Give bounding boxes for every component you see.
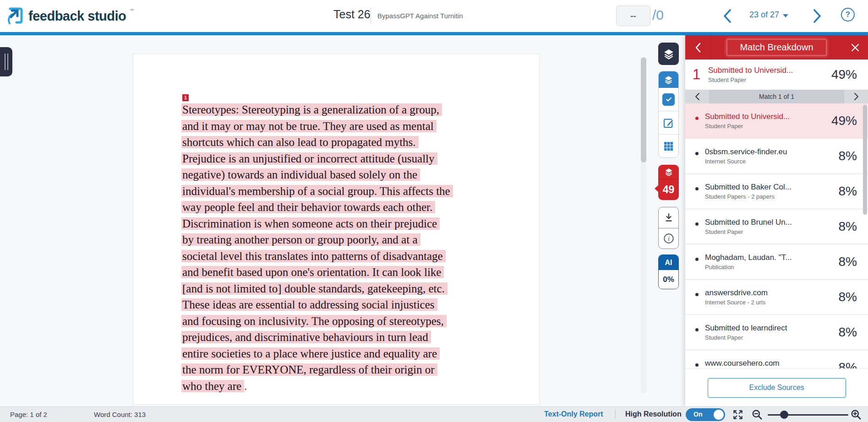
primary-match-title: Submitted to Universid... (708, 66, 828, 75)
exclude-sources-button[interactable]: Exclude Sources (708, 378, 846, 398)
document-lines: Stereotypes: Stereotyping is a generaliz… (181, 102, 453, 394)
logo-trademark: ™ (130, 8, 134, 13)
primary-match-subtitle: Student Paper (708, 76, 828, 83)
similarity-score-button[interactable]: 49 (658, 165, 679, 200)
document-line[interactable]: negative) towards an individual based so… (181, 167, 453, 183)
fullscreen-button[interactable] (731, 408, 745, 421)
active-layers-button[interactable] (658, 43, 679, 65)
document-line[interactable]: who they are. (181, 378, 453, 395)
panel-title: Match Breakdown (726, 39, 826, 56)
bullet-icon (695, 258, 699, 261)
info-button[interactable]: i (659, 228, 678, 249)
compose-icon (662, 117, 675, 129)
document-line[interactable]: prejudices, and discriminative behaviour… (181, 329, 453, 346)
source-row[interactable]: Submitted to Brunel Un... Student Paper … (685, 209, 868, 244)
match-nav-label: Match 1 of 1 (709, 90, 844, 103)
layers-icon (664, 75, 673, 85)
download-button[interactable] (659, 207, 678, 228)
similarity-score-value: 49 (658, 179, 679, 200)
document-line[interactable]: and focusing on inclusivity. The opposin… (181, 313, 453, 330)
document-line[interactable]: entire societies to a place where justic… (181, 346, 453, 362)
source-title: Moghadam, Laudan. "T... (705, 253, 835, 262)
text-only-report-link[interactable]: Text-Only Report (544, 410, 603, 418)
document-line[interactable]: way people feel and their behavior towar… (181, 199, 453, 216)
rubric-grid-button[interactable] (659, 134, 678, 157)
drawer-grip-icon (7, 54, 8, 70)
bullet-icon (695, 328, 699, 331)
source-row[interactable]: 0sbsm.service-finder.eu Internet Source … (685, 139, 868, 174)
previous-paper-button[interactable] (718, 6, 737, 26)
source-percent: 8% (839, 290, 857, 304)
download-icon (663, 212, 674, 223)
paper-pager-dropdown[interactable]: 23 of 27 (749, 10, 788, 20)
source-percent: 8% (839, 219, 857, 234)
source-title: Submitted to Universid... (705, 112, 828, 121)
info-icon: i (663, 233, 675, 244)
document-line[interactable]: Prejudice is an unjustified or incorrect… (181, 151, 453, 167)
primary-match-percent: 49% (831, 67, 857, 82)
match-navigation-bar: Match 1 of 1 (685, 90, 868, 103)
bullet-icon (695, 293, 699, 296)
zoom-out-button[interactable] (750, 408, 764, 421)
document-line[interactable]: [and is not limited to] double standards… (181, 281, 453, 297)
header-rule (0, 32, 868, 35)
left-drawer-handle[interactable] (0, 47, 12, 76)
grade-input[interactable]: -- (616, 5, 650, 26)
zoom-out-icon (751, 409, 763, 421)
document-line[interactable]: societal level this translates into patt… (181, 248, 453, 265)
chevron-left-icon (722, 9, 732, 23)
zoom-in-button[interactable] (849, 408, 863, 421)
document-line[interactable]: by treating another person or group poor… (181, 232, 453, 248)
source-row[interactable]: Submitted to Baker Col... Student Papers… (685, 174, 868, 209)
high-resolution-toggle[interactable]: On (686, 408, 725, 421)
document-line[interactable]: Stereotypes: Stereotyping is a generaliz… (181, 102, 453, 118)
help-button[interactable]: ? (841, 8, 855, 22)
source-subtitle: Student Papers - 2 papers (705, 193, 835, 200)
next-match-button[interactable] (844, 90, 868, 103)
previous-match-button[interactable] (685, 90, 709, 103)
drawer-grip-icon (5, 54, 5, 70)
source-title: Submitted to Brunel Un... (705, 218, 835, 227)
bullet-icon (695, 117, 699, 120)
chevron-right-icon (853, 92, 859, 101)
source-row[interactable]: Submitted to learndirect Student Paper 8… (685, 315, 868, 350)
document-line[interactable]: the norm for EVERYONE, regardless of the… (181, 362, 453, 378)
source-percent: 8% (839, 184, 857, 199)
document-line[interactable]: These ideas are essential to addressing … (181, 297, 453, 313)
source-row[interactable]: Submitted to Universid... Student Paper … (685, 103, 868, 139)
source-subtitle: Student Paper (705, 228, 835, 235)
bullet-icon (695, 222, 699, 226)
source-row[interactable]: Moghadam, Laudan. "T... Publication 8% (685, 244, 868, 280)
close-icon (851, 43, 860, 52)
document-line[interactable]: individual's membership of a social grou… (181, 183, 453, 200)
layers-panel-button[interactable] (659, 71, 678, 88)
primary-match-row[interactable]: 1 Submitted to Universid... Student Pape… (685, 60, 868, 90)
document-scrollbar[interactable] (641, 57, 646, 394)
next-paper-button[interactable] (808, 6, 826, 26)
document-line[interactable]: shortcuts which can also lead to propaga… (181, 134, 453, 151)
chevron-left-icon (694, 92, 700, 101)
panel-back-button[interactable] (685, 35, 711, 60)
ai-writing-button[interactable]: AI 0% (658, 254, 679, 289)
document-line[interactable]: and benefit based upon one's orientation… (181, 264, 453, 281)
source-percent: 8% (839, 325, 857, 340)
high-resolution-label: High Resolution (625, 410, 682, 418)
match-number-flag[interactable]: 1 (182, 94, 189, 101)
svg-text:i: i (667, 234, 669, 242)
panel-scrollbar-thumb[interactable] (863, 105, 867, 215)
feedback-studio-logo: feedback studio ™ (6, 6, 134, 26)
source-subtitle: Internet Source (705, 158, 835, 165)
panel-close-button[interactable] (842, 35, 868, 60)
grading-toolbar-group (658, 71, 679, 158)
document-line[interactable]: and it may or may not be true. They are … (181, 118, 453, 135)
chevron-left-icon (694, 42, 702, 53)
bullet-icon (695, 152, 699, 155)
comment-edit-button[interactable] (659, 111, 678, 134)
document-scrollbar-thumb[interactable] (641, 57, 646, 162)
feedback-studio-logo-icon (6, 6, 25, 26)
quickmarks-check-button[interactable] (659, 88, 678, 111)
source-row[interactable]: answersdrive.com Internet Source - 2 url… (685, 280, 868, 315)
document-line[interactable]: Discrimination is when someone acts on t… (181, 216, 453, 232)
zoom-slider[interactable] (768, 414, 848, 416)
zoom-slider-handle[interactable] (780, 411, 788, 419)
